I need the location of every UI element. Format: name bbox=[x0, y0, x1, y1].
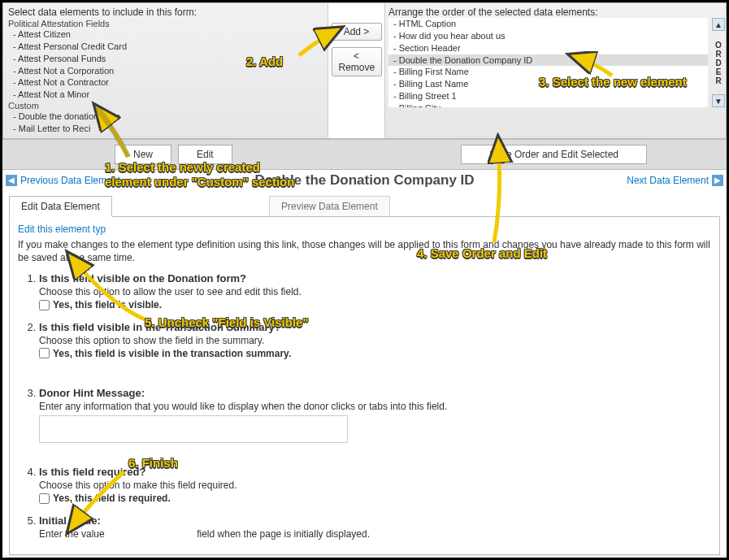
q1-help: Choose this option to allow the user to … bbox=[39, 286, 711, 297]
order-down-button[interactable]: ▼ bbox=[712, 94, 725, 107]
shuttle-buttons: Add > < Remove bbox=[328, 3, 385, 138]
arrange-panel: Arrange the order of the selected data e… bbox=[385, 3, 726, 138]
select-panel: Select data elements to include in this … bbox=[3, 3, 328, 138]
q4-help: Choose this option to make this field re… bbox=[39, 480, 711, 491]
list-item[interactable]: - Attest Not a Corporation bbox=[8, 65, 323, 77]
edit-element-type-link[interactable]: Edit this element typ bbox=[18, 224, 106, 235]
q5-help: Enter the value ________________ field w… bbox=[39, 528, 711, 540]
group-custom: Custom bbox=[8, 101, 323, 111]
q4-title: Is this field required? bbox=[39, 466, 145, 478]
list-item[interactable]: - Mail Letter to Reci bbox=[8, 123, 323, 135]
arrange-title: Arrange the order of the selected data e… bbox=[388, 7, 722, 18]
next-data-element-link[interactable]: Next Data Element bbox=[627, 175, 709, 186]
q2-help: Choose this option to show the field in … bbox=[39, 335, 711, 346]
q1-title: Is this field visible on the Donation fo… bbox=[39, 272, 246, 284]
group-political: Political Attestation Fields bbox=[8, 19, 323, 28]
edit-button[interactable]: Edit bbox=[178, 145, 232, 164]
q1-chk-text: Yes, this field is visible. bbox=[53, 299, 162, 310]
remove-button[interactable]: < Remove bbox=[332, 47, 382, 76]
list-item[interactable]: - Section Header bbox=[388, 42, 708, 54]
q2-checkbox-label[interactable]: Yes, this field is visible in the transa… bbox=[39, 348, 291, 359]
save-order-button[interactable]: Save Order and Edit Selected bbox=[461, 145, 647, 164]
list-item[interactable]: - Attest Not a Contractor bbox=[8, 76, 323, 89]
q4-chk-text: Yes, this field is required. bbox=[53, 493, 171, 504]
q5-title: Initial Value: bbox=[39, 514, 101, 527]
q4-checkbox-label[interactable]: Yes, this field is required. bbox=[39, 493, 171, 504]
prev-arrow-icon[interactable]: ◀ bbox=[6, 175, 17, 186]
order-label: ORDER bbox=[715, 41, 722, 85]
q3-title: Donor Hint Message: bbox=[39, 387, 145, 399]
q3-help: Enter any information that you would lik… bbox=[39, 401, 711, 412]
intro-text: If you make changes to the element type … bbox=[18, 238, 711, 264]
q2-checkbox[interactable] bbox=[39, 348, 50, 358]
next-arrow-icon[interactable]: ▶ bbox=[712, 175, 723, 186]
edit-pane: Edit this element typ If you make change… bbox=[9, 216, 720, 555]
list-item[interactable]: - Billing Last Name bbox=[388, 78, 708, 90]
select-title: Select data elements to include in this … bbox=[8, 7, 323, 18]
order-up-button[interactable]: ▲ bbox=[712, 18, 725, 31]
list-item[interactable]: - Attest Personal Credit Card bbox=[8, 41, 323, 53]
list-item[interactable]: - Attest Citizen bbox=[8, 28, 323, 41]
q2-title: Is this field visible in the Transaction… bbox=[39, 321, 281, 333]
list-item[interactable]: - Attest Personal Funds bbox=[8, 53, 323, 65]
q1-checkbox[interactable] bbox=[39, 300, 50, 310]
new-button[interactable]: New bbox=[115, 145, 171, 164]
order-control: ▲ ORDER ▼ bbox=[711, 18, 726, 107]
list-item-selected[interactable]: - Double the Donation Company ID bbox=[388, 54, 708, 67]
page-title: Double the Donation Company ID bbox=[254, 172, 474, 189]
top-button-row: New Edit Save Order and Edit Selected bbox=[2, 139, 727, 170]
list-item[interactable]: - Double the donation code bbox=[8, 111, 323, 123]
list-item[interactable]: - Billing City bbox=[388, 102, 708, 107]
list-item[interactable]: - Billing First Name bbox=[388, 66, 708, 78]
tab-edit[interactable]: Edit Data Element bbox=[9, 196, 112, 217]
prev-data-element-link[interactable]: Previous Data Element bbox=[20, 175, 120, 186]
list-item[interactable]: - How did you hear about us bbox=[388, 30, 708, 42]
q2-chk-text: Yes, this field is visible in the transa… bbox=[53, 348, 291, 359]
tab-preview[interactable]: Preview Data Element bbox=[269, 196, 390, 216]
q3-textarea[interactable] bbox=[39, 415, 348, 443]
q1-checkbox-label[interactable]: Yes, this field is visible. bbox=[39, 299, 162, 310]
list-item[interactable]: - Attest Not a Minor bbox=[8, 89, 323, 101]
q4-checkbox[interactable] bbox=[39, 493, 50, 504]
list-item[interactable]: - Billing Street 1 bbox=[388, 90, 708, 102]
list-item[interactable]: - HTML Caption bbox=[388, 18, 708, 30]
add-button[interactable]: Add > bbox=[332, 23, 382, 41]
